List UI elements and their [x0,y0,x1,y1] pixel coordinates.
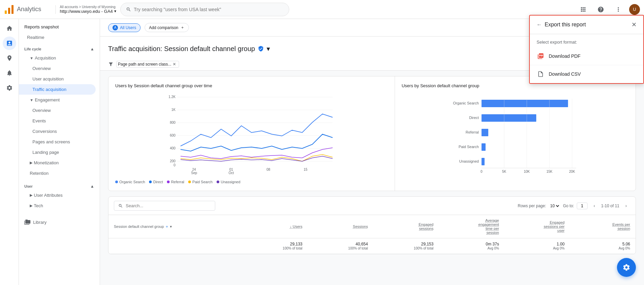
table-search-icon [118,204,123,208]
table-search-input[interactable] [126,203,193,208]
user-collapse-icon: ▲ [90,184,94,189]
sidebar-item-overview[interactable]: Overview [19,63,96,74]
totals-sessions: 40,654 100% of total [308,238,373,254]
sidebar-item-conversions[interactable]: Conversions [19,126,96,137]
sidebar-item-user-attributes[interactable]: ▶ User Attributes [19,190,96,200]
nav-home-btn[interactable] [3,22,16,35]
nav-reports-btn[interactable] [3,37,16,50]
sidebar-item-landing-page[interactable]: Landing page [19,147,96,158]
settings-fab-icon [622,263,630,271]
col-header-users[interactable]: ↓ Users [242,215,308,238]
search-bar[interactable] [120,3,289,16]
nav-configure-btn[interactable] [3,81,16,95]
col-add-btn[interactable]: ＋ [165,224,169,229]
export-csv-option[interactable]: Download CSV [530,65,643,83]
tech-expand-icon: ▶ [30,204,32,208]
col-header-channel[interactable]: Session default channel group ＋ ▾ [108,215,242,238]
export-panel: ← Export this report ✕ Select export for… [529,15,644,84]
all-users-chip[interactable]: A All Users [108,23,141,32]
lifecycle-group[interactable]: Life cycle ▲ [19,43,100,53]
add-comparison-chip[interactable]: Add comparison ＋ [145,23,189,32]
col-header-engaged[interactable]: Engagedsessions [373,215,439,238]
sidebar-item-events[interactable]: Events [19,116,96,126]
svg-text:Oct: Oct [229,171,234,175]
table-search[interactable] [114,201,215,211]
search-input[interactable] [134,7,283,12]
legend-referral: Referral [167,180,184,184]
svg-text:10K: 10K [524,170,530,173]
svg-text:15K: 15K [546,170,552,173]
sidebar-item-acquisition[interactable]: ▼ Acquisition [19,53,96,63]
col-header-avg-engagement[interactable]: Averageengagementtime persession [439,215,504,238]
pagination-prev-btn[interactable]: ‹ [590,202,598,210]
export-pdf-option[interactable]: Download PDF [530,47,643,65]
sidebar-item-realtime[interactable]: Realtime [19,32,96,43]
user-attr-expand-icon: ▶ [30,193,32,197]
report-title: Traffic acquisition: Session default cha… [108,45,270,53]
verified-icon [258,46,264,52]
sidebar-item-pages-screens[interactable]: Pages and screens [19,137,96,147]
col-header-engaged-per-user[interactable]: Engagedsessions peruser [504,215,570,238]
col-header-sessions[interactable]: Sessions [308,215,373,238]
totals-engaged: 29,153 100% of total [373,238,439,254]
svg-rect-0 [5,10,7,14]
svg-text:200: 200 [170,159,176,163]
sidebar-item-reports-snapshot[interactable]: Reports snapshot [19,22,100,32]
line-chart-title: Users by Session default channel group o… [115,83,388,88]
apps-icon-btn[interactable] [576,3,590,16]
bar-chart-area: Users by Session default channel group O… [395,76,636,191]
sidebar-item-engagement[interactable]: ▼ Engagement [19,95,96,105]
lifecycle-collapse-icon: ▲ [90,47,94,51]
table-totals-row: 29,133 100% of total 40,654 100% of tota… [108,238,636,254]
svg-text:20K: 20K [569,170,575,173]
account-info: All accounts > University of Wyoming htt… [55,5,116,14]
totals-events: 5.06 Avg 0% [570,238,636,254]
more-vert-icon-btn[interactable] [612,3,625,16]
svg-text:600: 600 [170,134,176,137]
advertising-icon [6,70,13,76]
avatar[interactable]: U [629,4,640,15]
configure-icon [6,85,13,91]
data-table: Session default channel group ＋ ▾ ↓ User… [108,215,636,254]
svg-text:Paid Search: Paid Search [459,145,479,149]
nav-advertising-btn[interactable] [3,66,16,80]
svg-rect-28 [481,114,536,122]
app-title: Analytics [17,6,41,13]
go-to-input[interactable] [577,203,588,209]
export-close-btn[interactable]: ✕ [631,21,637,28]
bar-chart-title: Users by Session default channel group [402,83,629,88]
home-icon [6,25,13,32]
col-header-events[interactable]: Events persession [570,215,636,238]
user-group[interactable]: User ▲ [19,180,100,190]
logo-area: Analytics [4,4,51,15]
sidebar-item-engagement-overview[interactable]: Overview [19,105,96,116]
svg-rect-2 [11,5,14,14]
rows-per-page-select[interactable]: 10 25 50 [549,203,560,209]
property-name[interactable]: http://www.uwyo.edu - GA4 ▾ [60,9,116,14]
title-dropdown-icon[interactable]: ▾ [267,45,270,53]
legend-direct: Direct [149,180,163,184]
sidebar-item-traffic-acquisition[interactable]: Traffic acquisition [19,84,96,95]
sidebar-item-user-acquisition[interactable]: User acquisition [19,74,96,84]
filter-chip[interactable]: Page path and screen class... ✕ [116,61,179,68]
svg-text:5K: 5K [502,170,506,173]
analytics-logo-icon [4,4,14,15]
nav-explore-btn[interactable] [3,51,16,65]
filter-close-icon[interactable]: ✕ [173,62,176,67]
search-icon [126,7,131,12]
sidebar-item-tech[interactable]: ▶ Tech [19,200,96,211]
filter-icon [108,62,114,67]
sidebar-item-retention[interactable]: Retention [19,168,96,179]
svg-text:Sep: Sep [191,171,197,175]
line-chart-area: Users by Session default channel group o… [108,76,395,191]
nav-icons [0,19,19,285]
bar-chart-svg: Organic Search Direct Referral Paid Sear… [402,94,629,175]
sidebar-item-library[interactable]: Library [19,216,100,228]
pagination-next-btn[interactable]: › [622,202,630,210]
help-icon-btn[interactable] [594,3,608,16]
sidebar-item-monetization[interactable]: ▶ Monetization [19,158,96,168]
export-back-btn[interactable]: ← [537,22,542,28]
settings-fab[interactable] [617,258,636,277]
line-chart-legend: Organic Search Direct Referral Paid Sear… [115,180,388,184]
totals-engaged-per-user: 1.00 Avg 0% [504,238,570,254]
